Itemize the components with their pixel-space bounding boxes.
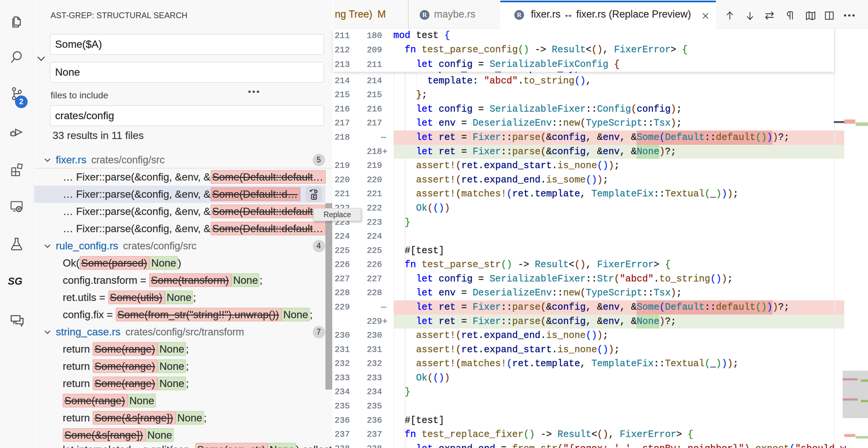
- svg-text:c: c: [313, 193, 316, 200]
